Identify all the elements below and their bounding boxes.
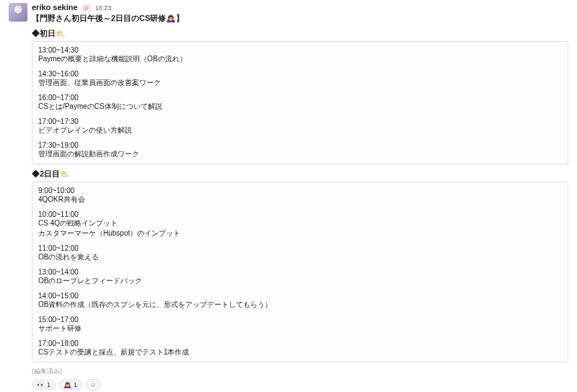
avatar[interactable] xyxy=(9,3,27,22)
section-label: ◆初日⛅ xyxy=(32,28,568,39)
section-label: ◆2日目⛅ xyxy=(32,169,568,179)
schedule-item: 17:00~17:30 ビデオブレインの使い方解説 xyxy=(38,117,562,135)
schedule-desc: 4QOKR共有会 xyxy=(38,195,562,205)
schedule-desc: 管理画面の解説動画作成ワーク xyxy=(38,149,562,159)
schedule-time: 14:30~16:00 xyxy=(38,70,562,78)
schedule-desc: CSテストの受講と採点、新規でテスト1本作成 xyxy=(38,347,562,357)
message-title: 【門野さん初日午後～2日目のCS研修🙇‍♀️】 xyxy=(32,13,568,24)
schedule-desc: 管理画面、従業員画面の改善案ワーク xyxy=(38,78,562,88)
schedule-time: 17:00~17:30 xyxy=(38,117,562,125)
reaction[interactable]: 👀 1 xyxy=(32,380,56,390)
schedule-time: 10:00~11:00 xyxy=(38,210,562,218)
schedule-time: 15:00~17:00 xyxy=(38,316,562,324)
schedule-item: 13:00~14:30 Paymeの概要と詳細な機能説明（OBの流れ） xyxy=(38,46,562,64)
schedule-desc: CSとは/PaymeのCS体制について解説 xyxy=(38,102,562,112)
reaction[interactable]: 🙇‍♀️ 1 xyxy=(58,380,82,390)
schedule-item: 17:30~19:00 管理画面の解説動画作成ワーク xyxy=(38,141,562,159)
smile-icon: ☺ xyxy=(89,381,96,388)
timestamp[interactable]: 18:23 xyxy=(95,4,112,12)
reactions-bar: 👀 1 🙇‍♀️ 1 ☺ xyxy=(32,379,568,391)
schedule-item: 15:00~17:00 サポート研修 xyxy=(38,316,562,334)
schedule-item: 9:00~10:00 4QOKR共有会 xyxy=(38,187,562,205)
message-body: eriko sekine ☺ 18:23 【門野さん初日午後～2日目のCS研修🙇… xyxy=(32,3,568,392)
author-name[interactable]: eriko sekine xyxy=(32,3,78,12)
schedule-desc: ビデオブレインの使い方解説 xyxy=(38,125,562,135)
schedule-time: 13:00~14:30 xyxy=(38,46,562,54)
schedule-desc: OBの流れを覚える xyxy=(38,252,562,262)
schedule-desc: CS 4Qの戦略インプット カスタマーマーケ（Hubspot）のインプット xyxy=(38,218,562,239)
schedule-time: 9:00~10:00 xyxy=(38,187,562,195)
message: eriko sekine ☺ 18:23 【門野さん初日午後～2日目のCS研修🙇… xyxy=(0,0,577,392)
schedule-time: 16:00~17:00 xyxy=(38,94,562,102)
schedule-item: 16:00~17:00 CSとは/PaymeのCS体制について解説 xyxy=(38,94,562,112)
schedule-desc: OBのロープレとフィードバック xyxy=(38,276,562,286)
schedule-block: 13:00~14:30 Paymeの概要と詳細な機能説明（OBの流れ） 14:3… xyxy=(32,41,568,164)
schedule-item: 14:00~15:00 OB資料の作成（既存のスプシを元に、形式をアップデートし… xyxy=(38,292,562,310)
schedule-time: 17:30~19:00 xyxy=(38,141,562,149)
schedule-time: 14:00~15:00 xyxy=(38,292,562,300)
schedule-block: 9:00~10:00 4QOKR共有会 10:00~11:00 CS 4Qの戦略… xyxy=(32,182,568,362)
add-reaction-button[interactable]: ☺ xyxy=(85,379,101,391)
reaction-emoji-icon: 👀 xyxy=(37,381,45,388)
schedule-time: 17:00~18:00 xyxy=(38,339,562,347)
schedule-time: 11:00~12:00 xyxy=(38,244,562,252)
schedule-item: 17:00~18:00 CSテストの受講と採点、新規でテスト1本作成 xyxy=(38,339,562,357)
schedule-desc: OB資料の作成（既存のスプシを元に、形式をアップデートしてもらう） xyxy=(38,300,562,310)
schedule-desc: Paymeの概要と詳細な機能説明（OBの流れ） xyxy=(38,54,562,64)
author-badge-icon: ☺ xyxy=(82,4,91,12)
reaction-count: 1 xyxy=(47,381,50,388)
schedule-item: 11:00~12:00 OBの流れを覚える xyxy=(38,244,562,262)
edited-label: (編集済み) xyxy=(32,367,568,376)
schedule-desc: サポート研修 xyxy=(38,324,562,334)
schedule-time: 13:00~14:00 xyxy=(38,268,562,276)
schedule-item: 14:30~16:00 管理画面、従業員画面の改善案ワーク xyxy=(38,70,562,88)
schedule-item: 13:00~14:00 OBのロープレとフィードバック xyxy=(38,268,562,286)
reaction-emoji-icon: 🙇‍♀️ xyxy=(63,381,71,388)
message-header: eriko sekine ☺ 18:23 xyxy=(32,3,568,12)
schedule-item: 10:00~11:00 CS 4Qの戦略インプット カスタマーマーケ（Hubsp… xyxy=(38,210,562,239)
reaction-count: 1 xyxy=(74,381,77,388)
